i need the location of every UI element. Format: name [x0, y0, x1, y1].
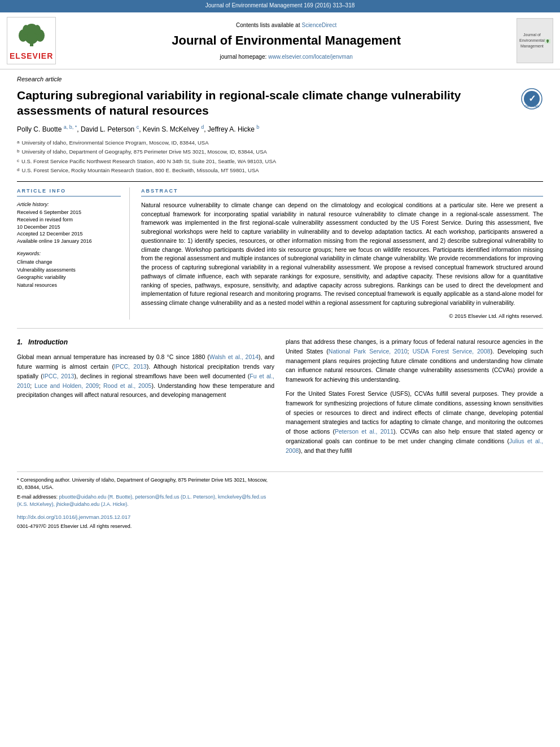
authors-text: Polly C. Buotte a, b, *, David L. Peters… [17, 125, 259, 133]
homepage-line: journal homepage: www.elsevier.com/locat… [62, 52, 511, 62]
intro-number: 1. [17, 338, 23, 346]
affiliation-c: c U.S. Forest Service Pacific Northwest … [17, 158, 543, 165]
journal-title: Journal of Environmental Management [62, 32, 511, 50]
affiliations: a University of Idaho, Environmental Sci… [17, 139, 543, 174]
footnote-left: * Corresponding author. University of Id… [17, 477, 274, 530]
article-info: ARTICLE INFO Article history: Received 6… [17, 187, 130, 320]
article-title-text: Capturing subregional variability in reg… [17, 88, 520, 119]
sciencedirect-line: Contents lists available at ScienceDirec… [62, 20, 511, 30]
svg-point-4 [23, 25, 29, 35]
keyword-1: Climate change [17, 259, 121, 266]
walsh-ref[interactable]: Walsh et al., 2014 [209, 353, 259, 360]
corresponding-label: * Corresponding author. University of Id… [17, 477, 268, 491]
history-received: Received 6 September 2015 [17, 209, 121, 216]
body-right-column: plans that address these changes, is a p… [286, 337, 543, 460]
keyword-4: Natural resources [17, 282, 121, 289]
footnote-two-col: * Corresponding author. University of Id… [17, 477, 543, 530]
body-left-column: 1. Introduction Global mean annual tempe… [17, 337, 274, 460]
keyword-3: Geographic variability [17, 274, 121, 281]
affiliation-b: b University of Idaho, Department of Geo… [17, 148, 543, 156]
authors: Polly C. Buotte a, b, *, David L. Peters… [17, 124, 543, 134]
affil-b-text: University of Idaho, Department of Geogr… [21, 148, 266, 156]
history-revised-label: Received in revised form [17, 216, 121, 224]
elsevier-tree-icon [12, 20, 51, 48]
elsevier-logo-box: ELSEVIER [7, 17, 56, 64]
keyword-2: Vulnerability assessments [17, 267, 121, 274]
svg-text:✓: ✓ [528, 94, 536, 103]
abstract-text: Natural resource vulnerability to climat… [141, 201, 543, 308]
issn-text: 0301-4797/© 2015 Elsevier Ltd. All right… [17, 523, 274, 530]
journal-cover-icon [545, 33, 550, 50]
ipcc-2013-ref2[interactable]: IPCC, 2013 [43, 373, 75, 379]
affiliation-d: d U.S. Forest Service, Rocky Mountain Re… [17, 167, 543, 174]
homepage-link[interactable]: www.elsevier.com/locate/jenvman [268, 54, 353, 60]
affiliation-a: a University of Idaho, Environmental Sci… [17, 139, 543, 147]
affil-c-text: U.S. Forest Service Pacific Northwest Re… [21, 158, 276, 165]
history-accepted: Accepted 12 December 2015 [17, 230, 121, 238]
journal-citation-bar: Journal of Environmental Management 169 … [0, 0, 560, 11]
svg-rect-8 [547, 42, 548, 43]
doi-link[interactable]: http://dx.doi.org/10.1016/j.jenvman.2015… [17, 513, 274, 521]
article-type: Research article [17, 75, 543, 84]
article-title-block: Capturing subregional variability in reg… [17, 88, 543, 119]
intro-right-para-1: plans that address these changes, is a p… [286, 337, 543, 385]
main-content: Research article Capturing subregional v… [0, 69, 560, 535]
history-label: Article history: [17, 201, 121, 208]
intro-left-para: Global mean annual temperature has incre… [17, 352, 274, 400]
elsevier-label: ELSEVIER [10, 51, 53, 62]
contents-label: Contents lists available at [236, 22, 300, 28]
intro-title: Introduction [28, 338, 68, 346]
luce-ref[interactable]: Luce and Holden, 2009 [34, 382, 99, 389]
intro-right-para-2: For the United States Forest Service (US… [286, 389, 543, 456]
nps-ref[interactable]: National Park Service, 2010 [329, 348, 408, 355]
crossmark-badge: ✓ CrossMark [520, 88, 543, 110]
keywords-section: Keywords: Climate change Vulnerability a… [17, 250, 121, 289]
journal-thumbnail: Journal ofEnvironmentalManagement [517, 18, 553, 63]
rood-ref[interactable]: Rood et al., 2005 [103, 382, 152, 389]
peterson-ref[interactable]: Peterson et al., 2011 [335, 428, 393, 435]
journal-header: ELSEVIER Contents lists available at Sci… [0, 11, 560, 69]
svg-point-5 [34, 25, 41, 35]
article-info-abstract-section: ARTICLE INFO Article history: Received 6… [17, 181, 543, 320]
abstract-section: ABSTRACT Natural resource vulnerability … [141, 187, 543, 320]
svg-text:CrossMark: CrossMark [524, 104, 539, 108]
email-label: E-mail addresses: [17, 494, 58, 500]
journal-citation-text: Journal of Environmental Management 169 … [205, 2, 355, 8]
affil-d-text: U.S. Forest Service, Rocky Mountain Rese… [21, 167, 259, 174]
history-revised-date: 10 December 2015 [17, 224, 121, 231]
body-content: 1. Introduction Global mean annual tempe… [17, 337, 543, 460]
section-divider-1 [17, 328, 543, 329]
svg-point-7 [546, 40, 549, 42]
footnote-right [286, 477, 543, 530]
keywords-label: Keywords: [17, 250, 121, 257]
affil-a-text: University of Idaho, Environmental Scien… [21, 139, 208, 147]
intro-heading: 1. Introduction [17, 337, 274, 348]
ipcc-2013-ref1[interactable]: IPCC, 2013 [114, 363, 147, 370]
email-footnote: E-mail addresses: pbuotte@uidaho.edu (R.… [17, 493, 274, 509]
sciencedirect-link[interactable]: ScienceDirect [301, 22, 336, 28]
article-info-title: ARTICLE INFO [17, 187, 121, 196]
crossmark-icon: ✓ CrossMark [521, 88, 542, 110]
corresponding-author-note: * Corresponding author. University of Id… [17, 477, 274, 492]
julius-ref[interactable]: Julius et al., 2008 [286, 438, 543, 454]
journal-center-info: Contents lists available at ScienceDirec… [62, 20, 511, 61]
footnote-area: * Corresponding author. University of Id… [17, 471, 543, 530]
usda-ref[interactable]: USDA Forest Service, 2008 [413, 348, 491, 355]
homepage-label: journal homepage: [220, 54, 266, 60]
abstract-title: ABSTRACT [141, 187, 543, 196]
copyright-text: © 2015 Elsevier Ltd. All rights reserved… [141, 312, 543, 320]
history-online: Available online 19 January 2016 [17, 238, 121, 245]
